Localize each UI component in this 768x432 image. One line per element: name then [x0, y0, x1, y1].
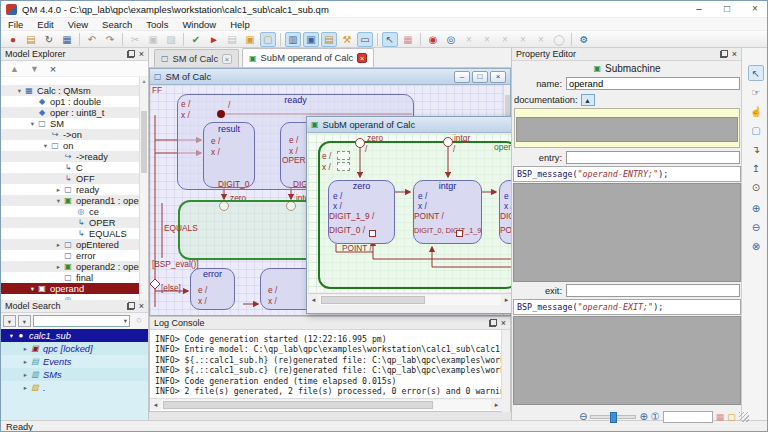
tree-item-sm[interactable]: ▾▢SM — [1, 118, 140, 129]
new-model-icon[interactable]: ● — [5, 32, 21, 47]
scrollbar-thumb[interactable] — [163, 401, 433, 409]
redo-icon[interactable]: ↷ — [102, 32, 118, 47]
zoom-in-icon[interactable]: ⊕ — [748, 200, 764, 216]
resize-grip[interactable] — [739, 412, 749, 422]
toggle-model-search-icon[interactable]: ▤ — [321, 32, 337, 47]
close-icon[interactable]: × — [139, 302, 144, 310]
search-item-sms[interactable]: ▸▥SMs — [1, 368, 148, 381]
expander-icon[interactable]: ▾ — [15, 87, 24, 95]
menu-edit[interactable]: Edit — [30, 19, 60, 30]
menu-help[interactable]: Help — [223, 19, 257, 30]
toggle-property-editor-icon[interactable]: ▣ — [303, 32, 319, 47]
close-icon[interactable]: × — [490, 71, 506, 83]
exit-code-editor[interactable]: BSP_message("operand-EXIT;"); — [513, 299, 741, 315]
zoom-out-icon[interactable]: ⊖ — [748, 219, 764, 235]
float-icon[interactable] — [127, 50, 135, 58]
copy-icon[interactable]: ▣ — [145, 32, 161, 47]
expander-icon[interactable]: ▾ — [28, 285, 37, 293]
expander-icon[interactable]: ▾ — [41, 142, 50, 150]
close-icon[interactable]: × — [732, 50, 737, 58]
zoom-slider-thumb[interactable] — [610, 412, 617, 423]
tree-item-calc[interactable]: ▾▦Calc : QMsm — [1, 85, 140, 96]
debug-icon-2[interactable]: × — [479, 32, 495, 47]
tree-item-ce[interactable]: ◎ce — [1, 206, 140, 217]
entry-point-tool-icon[interactable]: ⊙ — [748, 179, 764, 195]
search-item-model[interactable]: ▾●calc1_sub — [1, 329, 148, 342]
exit-input[interactable] — [566, 284, 740, 297]
tree-item-operand1[interactable]: ▾▣operand1 : operand — [1, 195, 140, 206]
state-tool-icon[interactable]: ▢ — [748, 122, 764, 138]
transition-line[interactable] — [432, 247, 511, 267]
zoom-100-icon[interactable]: ① — [651, 411, 660, 423]
zoom-slider[interactable] — [590, 415, 636, 419]
float-icon[interactable] — [489, 319, 497, 327]
tab-subm-operand[interactable]: ▣ SubM operand of Calc × — [242, 48, 374, 67]
filter-icon[interactable]: ▾ — [3, 315, 16, 327]
close-icon[interactable]: × — [139, 50, 144, 58]
check-model-icon[interactable]: ✔ — [188, 32, 204, 47]
tab-sm-of-calc[interactable]: ▢ SM of Calc × — [154, 49, 239, 67]
tree-item-operand2[interactable]: ▸▣operand2 : operand — [1, 261, 140, 272]
tree-item-init-on[interactable]: ↪->on — [1, 129, 140, 140]
debug-icon-1[interactable]: × — [461, 32, 477, 47]
expander-icon[interactable]: ▾ — [54, 197, 63, 205]
explorer-scrollbar[interactable]: ▴ — [139, 77, 148, 300]
unlock-icon[interactable]: ▢ — [260, 32, 276, 47]
scrollbar-track[interactable] — [161, 400, 491, 410]
pan-tool-icon[interactable]: ☞ — [748, 84, 764, 100]
menu-window[interactable]: Window — [175, 19, 223, 30]
entry-point[interactable] — [356, 139, 365, 148]
tree-item-final[interactable]: ▢final — [1, 272, 140, 283]
log-output[interactable]: INFO> Code generation started (12:22:16.… — [151, 331, 503, 399]
move-down-icon[interactable]: ▼ — [30, 64, 39, 74]
grid-toggle-icon[interactable]: ▦ — [400, 32, 416, 47]
scroll-left-icon[interactable]: ◂ — [150, 401, 161, 409]
exit-point[interactable] — [456, 230, 463, 237]
minimize-icon[interactable]: – — [454, 71, 470, 83]
subm-diagram-canvas[interactable]: operand zero / intgr / e / — [308, 134, 511, 292]
menu-file[interactable]: File — [1, 19, 30, 30]
pointer-mode-icon[interactable]: ↖ — [382, 32, 398, 47]
minimize-button[interactable]: – — [685, 1, 713, 18]
tree-item-on[interactable]: ▾▢on — [1, 140, 140, 151]
reload-icon[interactable]: ↻ — [41, 32, 57, 47]
tab-close-icon[interactable]: × — [222, 54, 232, 64]
transition-tool-icon[interactable]: ↴ — [748, 141, 764, 157]
save-icon[interactable]: ▦ — [59, 32, 75, 47]
tree-item-error[interactable]: ▢error — [1, 250, 140, 261]
search-item-directory[interactable]: ▸▨. — [1, 381, 148, 394]
web-help-icon[interactable]: ◎ — [443, 32, 459, 47]
grid-toggle-icon[interactable]: ▦ — [716, 412, 725, 422]
move-up-icon[interactable]: ▲ — [10, 64, 19, 74]
menu-tools[interactable]: Tools — [139, 19, 175, 30]
generate-all-icon[interactable]: ◉ — [425, 32, 441, 47]
maximize-icon[interactable]: □ — [472, 71, 488, 83]
print-icon[interactable]: ▤ — [224, 32, 240, 47]
exit-point[interactable] — [369, 230, 376, 237]
zoom-out-icon[interactable]: ⊖ — [579, 411, 587, 423]
delete-icon[interactable]: × — [50, 63, 56, 75]
zoom-value-field[interactable] — [663, 411, 713, 423]
expander-icon[interactable]: ▸ — [21, 384, 30, 392]
tab-close-icon[interactable]: × — [357, 53, 367, 63]
scrollbar-thumb[interactable] — [141, 111, 147, 173]
name-input[interactable] — [566, 77, 740, 90]
debug-icon-5[interactable]: × — [533, 32, 549, 47]
close-button[interactable]: × — [741, 1, 768, 18]
choice-point[interactable] — [150, 279, 160, 289]
sm-window-titlebar[interactable]: ▢ SM of Calc – □ × — [150, 69, 510, 85]
scrollbar-track[interactable] — [319, 295, 501, 305]
lock-icon[interactable]: ▣ — [242, 32, 258, 47]
chevron-down-icon[interactable]: ▾ — [124, 317, 129, 325]
pointer-tool-icon[interactable]: ↖ — [748, 65, 764, 81]
close-icon[interactable]: × — [501, 319, 506, 327]
exit-action-box[interactable] — [337, 162, 350, 171]
tree-item-op1[interactable]: ◆op1 : double — [1, 96, 140, 107]
entry-code-editor[interactable]: BSP_message("operand-ENTRY;"); — [513, 166, 741, 182]
maximize-button[interactable]: □ — [713, 1, 741, 18]
toggle-model-explorer-icon[interactable]: ▥ — [285, 32, 301, 47]
search-input[interactable]: ▾ — [33, 315, 130, 327]
tree-item-oper[interactable]: ◆oper : uint8_t — [1, 107, 140, 118]
scroll-up-icon[interactable]: ▴ — [142, 78, 145, 84]
expander-icon[interactable]: ▸ — [54, 186, 63, 194]
